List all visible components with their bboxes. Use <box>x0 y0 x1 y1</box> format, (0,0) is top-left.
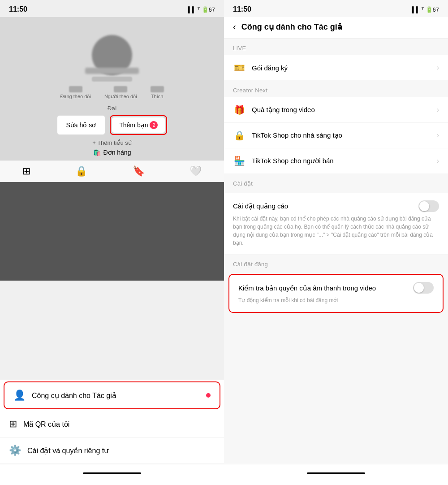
sound-setting-top: Kiểm tra bản quyền của âm thanh trong vi… <box>238 282 434 294</box>
tabs-row: ⊞ 🔒 🔖 🤍 <box>0 160 224 182</box>
cai-dat-icon: ⚙️ <box>9 445 21 456</box>
shop-nguoi-ban-icon: 🏪 <box>233 156 246 166</box>
friend-badge: 2 <box>150 121 158 129</box>
qua-tang-icon: 🎁 <box>233 104 246 115</box>
edit-profile-button[interactable]: Sửa hồ sơ <box>57 115 106 135</box>
ad-setting-top: Cài đặt quảng cáo <box>233 200 439 212</box>
home-indicator-left <box>83 472 141 474</box>
shop-sang-tao-label: TikTok Shop cho nhà sáng tạo <box>252 131 431 139</box>
ad-settings-card: Cài đặt quảng cáo Khi bật cài đặt này, b… <box>224 193 448 255</box>
add-friend-highlighted: Thêm bạn 2 <box>110 115 167 135</box>
add-friend-button[interactable]: Thêm bạn 2 <box>112 117 165 133</box>
sound-setting-toggle[interactable] <box>413 282 434 294</box>
ad-setting-row: Cài đặt quảng cáo Khi bật cài đặt này, b… <box>224 193 448 255</box>
don-hang-row[interactable]: 🛍️ Đơn hàng <box>93 149 131 156</box>
sound-setting-title: Kiểm tra bản quyền của âm thanh trong vi… <box>238 283 376 293</box>
right-panel: 11:50 ▌▌ ᵀ 🔋67 ‹ Công cụ dành cho Tác gi… <box>224 0 448 485</box>
stat-following: Đang theo dõi <box>60 86 91 100</box>
cong-cu-icon: 👤 <box>13 390 26 401</box>
status-bar-right: 11:50 ▌▌ ᵀ 🔋67 <box>224 0 448 17</box>
menu-item-ma-qr[interactable]: ⊞ Mã QR của tôi <box>0 411 224 437</box>
left-panel: 11:50 ▌▌ ᵀ 🔋67 Đang theo dõi Người theo … <box>0 0 224 485</box>
stats-row: Đang theo dõi Người theo dõi Thích <box>60 86 164 100</box>
chevron-icon-qua: › <box>437 106 439 114</box>
section-cai-dat-label: Cài đặt <box>224 174 448 191</box>
ad-setting-title: Cài đặt quảng cáo <box>233 202 288 210</box>
goi-dang-ky-icon: 🎫 <box>233 62 246 73</box>
handle-blur <box>92 77 132 82</box>
action-buttons: Sửa hồ sơ Thêm bạn 2 <box>57 115 168 135</box>
don-hang-label: Đơn hàng <box>103 149 131 156</box>
shop-sang-tao-item[interactable]: 🔒 TikTok Shop cho nhà sáng tạo › <box>224 123 448 148</box>
live-card: 🎫 Gói đăng ký › <box>224 55 448 80</box>
bottom-bar-right <box>224 464 448 485</box>
ad-setting-desc: Khi bật cài đặt này, bạn có thể cho phép… <box>233 215 439 247</box>
goi-dang-ky-item[interactable]: 🎫 Gói đăng ký › <box>224 55 448 80</box>
add-bio-text[interactable]: + Thêm tiểu sử <box>92 139 132 146</box>
qua-tang-label: Quà tặng trong video <box>252 106 431 114</box>
ma-qr-icon: ⊞ <box>9 418 17 430</box>
profile-area: Đang theo dõi Người theo dõi Thích Đại S… <box>0 17 224 160</box>
video-grid <box>0 182 224 281</box>
status-icons-right: ▌▌ ᵀ 🔋67 <box>412 6 439 13</box>
sound-setting-highlighted: Kiểm tra bản quyền của âm thanh trong vi… <box>228 274 444 313</box>
home-indicator-right <box>307 472 365 474</box>
tab-heart-icon[interactable]: 🤍 <box>190 165 202 177</box>
sound-setting-row: Kiểm tra bản quyền của âm thanh trong vi… <box>229 275 443 312</box>
chevron-icon-goi: › <box>437 64 439 72</box>
tab-bookmark-icon[interactable]: 🔖 <box>133 165 145 177</box>
menu-item-cong-cu[interactable]: 👤 Công cụ dành cho Tác giả <box>4 381 220 409</box>
shop-nguoi-ban-label: TikTok Shop cho người bán <box>252 157 431 165</box>
bottom-bar-left <box>0 464 224 485</box>
status-icons-left: ▌▌ ᵀ 🔋67 <box>188 6 215 13</box>
time-right: 11:50 <box>233 5 251 13</box>
right-header: ‹ Công cụ dành cho Tác giả <box>224 17 448 39</box>
stat-followers: Người theo dõi <box>104 86 137 100</box>
chevron-icon-shop2: › <box>437 157 439 165</box>
cai-dat-label: Cài đặt và quyền riêng tư <box>27 446 215 455</box>
ma-qr-label: Mã QR của tôi <box>23 420 215 429</box>
creator-card: 🎁 Quà tặng trong video › 🔒 TikTok Shop c… <box>224 97 448 173</box>
dai-label: Đại <box>108 105 116 112</box>
back-button[interactable]: ‹ <box>233 22 236 32</box>
section-creator-label: Creator Next <box>224 81 448 97</box>
chevron-icon-shop1: › <box>437 131 439 139</box>
section-cai-dat-dang-label: Cài đặt đăng <box>224 255 448 271</box>
username-blur <box>85 68 139 74</box>
right-title: Công cụ dành cho Tác giả <box>241 22 342 32</box>
right-content: LIVE 🎫 Gói đăng ký › Creator Next 🎁 Quà … <box>224 39 448 464</box>
bottom-menu: 👤 Công cụ dành cho Tác giả ⊞ Mã QR của t… <box>0 380 224 485</box>
section-live-label: LIVE <box>224 39 448 55</box>
qua-tang-item[interactable]: 🎁 Quà tặng trong video › <box>224 97 448 123</box>
cong-cu-label: Công cụ dành cho Tác giả <box>32 391 200 400</box>
don-hang-icon: 🛍️ <box>93 149 101 156</box>
tab-grid-icon[interactable]: ⊞ <box>22 165 30 177</box>
status-bar-left: 11:50 ▌▌ ᵀ 🔋67 <box>0 0 224 17</box>
shop-sang-tao-icon: 🔒 <box>233 130 246 141</box>
sound-setting-desc: Tự động kiểm tra mỗi khi có bài đăng mới <box>238 296 434 304</box>
cong-cu-dot <box>206 393 211 398</box>
menu-item-cai-dat[interactable]: ⚙️ Cài đặt và quyền riêng tư <box>0 437 224 464</box>
tab-lock-icon[interactable]: 🔒 <box>75 165 87 177</box>
time-left: 11:50 <box>9 5 27 13</box>
ad-setting-toggle[interactable] <box>418 200 439 212</box>
stat-likes: Thích <box>151 86 164 100</box>
shop-nguoi-ban-item[interactable]: 🏪 TikTok Shop cho người bán › <box>224 148 448 173</box>
goi-dang-ky-label: Gói đăng ký <box>252 64 431 72</box>
